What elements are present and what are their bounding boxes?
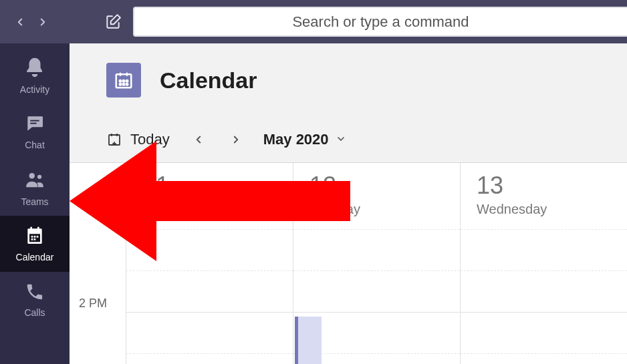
back-button[interactable] [12,14,28,30]
day-col-mon[interactable]: 11 Monday [126,163,293,364]
next-period-button[interactable] [221,126,251,153]
day-number: 13 [477,174,611,198]
day-header: 13 Wednesday [461,163,627,230]
rail-label: Chat [25,140,45,150]
rail-activity[interactable]: Activity [0,47,70,104]
svg-rect-1 [30,123,36,124]
calendar-toolbar: Today May 2020 [70,117,627,162]
page-title: Calendar [160,67,257,94]
time-gutter: 2 PM [70,163,126,364]
day-number: 11 [142,174,277,198]
rail-teams[interactable]: Teams [0,160,70,216]
today-button[interactable]: Today [106,131,170,148]
svg-point-12 [126,83,128,85]
day-columns: 11 Monday 12 Tuesday [126,163,627,364]
phone-icon [25,282,45,305]
calendar-grid[interactable]: 2 PM 11 Monday 12 [70,162,627,364]
svg-point-9 [126,80,128,82]
month-label: May 2020 [263,131,329,148]
svg-rect-0 [30,120,39,122]
today-icon [106,132,122,148]
svg-point-3 [37,175,41,179]
today-label: Today [130,131,170,148]
svg-point-2 [29,173,35,179]
day-number: 12 [309,174,444,198]
rail-label: Calendar [16,252,54,262]
svg-point-10 [120,83,122,85]
svg-point-11 [123,83,125,85]
month-picker[interactable]: May 2020 [263,131,346,148]
history-nav [12,14,51,30]
svg-point-7 [120,80,122,82]
svg-point-8 [123,80,125,82]
day-slots[interactable] [126,230,293,364]
search-input[interactable]: Search or type a command [133,7,627,37]
calendar-icon [24,225,45,249]
day-col-wed[interactable]: 13 Wednesday [461,163,627,364]
day-slots[interactable] [293,230,460,364]
rail-label: Teams [21,196,48,207]
rail-chat[interactable]: Chat [0,104,70,160]
forward-button[interactable] [35,14,51,30]
rail-calendar[interactable]: Calendar [0,216,70,272]
chat-icon [24,113,45,137]
hour-label: 2 PM [79,297,107,311]
page-header: Calendar [70,43,627,117]
calendar-tile-icon [106,63,141,98]
teams-icon [23,168,46,194]
day-col-tue[interactable]: 12 Tuesday [293,163,461,364]
rail-calls[interactable]: Calls [0,272,70,328]
day-slots[interactable] [461,230,627,364]
prev-period-button[interactable] [183,126,214,153]
title-bar: Search or type a command [0,0,627,43]
day-header: 11 Monday [126,163,293,230]
day-header: 12 Tuesday [293,163,460,230]
compose-button[interactable] [103,12,123,32]
day-name: Monday [142,202,277,217]
app-rail: Activity Chat Teams Calendar Calls [0,43,70,364]
rail-label: Calls [24,307,45,318]
calendar-event[interactable] [295,317,322,364]
day-name: Wednesday [477,202,611,217]
chevron-down-icon [336,131,346,148]
day-name: Tuesday [309,202,444,217]
bell-icon [23,56,46,81]
rail-label: Activity [20,84,49,95]
search-placeholder: Search or type a command [292,13,469,31]
main-content: Calendar Today May 2020 [70,43,627,364]
